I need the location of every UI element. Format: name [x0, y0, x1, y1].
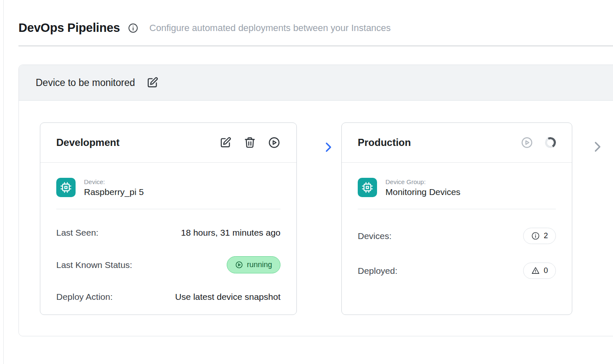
- device-row: Device: Raspberry_pi 5: [56, 178, 280, 197]
- pipeline-stages: Development: [19, 101, 613, 336]
- device-group-name: Monitoring Devices: [385, 187, 461, 197]
- run-stage-icon-disabled[interactable]: [521, 136, 533, 149]
- last-seen-row: Last Seen: 18 hours, 31 minutes ago: [56, 228, 280, 238]
- next-stage-chevron-icon[interactable]: [591, 140, 604, 153]
- stage-card-development: Development: [40, 122, 297, 315]
- loading-spinner: [544, 136, 557, 149]
- edit-pipeline-icon[interactable]: [146, 76, 159, 89]
- device-group-label: Device Group:: [385, 178, 461, 185]
- devices-count: 2: [544, 231, 548, 240]
- development-card-header: Development: [40, 123, 296, 163]
- deploy-action-row: Deploy Action: Use latest device snapsho…: [56, 292, 280, 302]
- production-card-header: Production: [342, 123, 572, 163]
- devices-label: Devices:: [358, 231, 392, 241]
- deploy-action-label: Deploy Action:: [56, 292, 113, 302]
- edit-stage-icon[interactable]: [219, 136, 232, 149]
- card-divider: [56, 209, 280, 209]
- device-name: Raspberry_pi 5: [84, 187, 144, 197]
- page-title: DevOps Pipelines: [18, 21, 120, 35]
- production-actions: [521, 136, 556, 149]
- pipeline-name: Device to be monitored: [36, 77, 135, 88]
- devices-count-pill[interactable]: 2: [523, 228, 556, 244]
- production-card-body: Device Group: Monitoring Devices Devices…: [342, 163, 572, 315]
- pipeline-panel: Device to be monitored Development: [18, 65, 613, 336]
- page-left-divider: [3, 0, 4, 364]
- page-header: DevOps Pipelines Configure automated dep…: [18, 21, 613, 35]
- deploy-action-value: Use latest device snapshot: [175, 292, 280, 302]
- device-group-chip-icon: [358, 178, 377, 197]
- device-label: Device:: [84, 178, 144, 185]
- devices-row: Devices: 2: [358, 228, 556, 244]
- status-badge: running: [227, 256, 280, 273]
- pipeline-panel-header: Device to be monitored: [19, 65, 613, 101]
- stage-card-production: Production: [341, 122, 572, 315]
- last-known-status-row: Last Known Status: running: [56, 256, 280, 273]
- deployed-row: Deployed: 0: [358, 263, 556, 279]
- production-stage-title: Production: [358, 137, 411, 148]
- info-icon[interactable]: [128, 23, 139, 34]
- development-stage-title: Development: [56, 137, 120, 148]
- last-seen-label: Last Seen:: [56, 228, 98, 238]
- device-group-row: Device Group: Monitoring Devices: [358, 178, 556, 197]
- pipeline-flow-arrow-icon[interactable]: [322, 141, 335, 153]
- development-actions: [219, 136, 280, 149]
- device-info: Device: Raspberry_pi 5: [84, 178, 144, 197]
- last-seen-value: 18 hours, 31 minutes ago: [181, 228, 280, 238]
- last-known-status-label: Last Known Status:: [56, 260, 132, 270]
- header-divider: [18, 46, 613, 46]
- page-subtitle: Configure automated deployments between …: [149, 23, 391, 34]
- run-stage-icon[interactable]: [268, 136, 280, 149]
- card-divider: [358, 209, 556, 209]
- development-card-body: Device: Raspberry_pi 5 Last Seen: 18 hou…: [40, 163, 296, 315]
- status-badge-label: running: [247, 260, 272, 269]
- deployed-count-pill[interactable]: 0: [523, 263, 556, 279]
- devops-pipelines-page: DevOps Pipelines Configure automated dep…: [0, 0, 613, 336]
- deployed-count: 0: [544, 266, 548, 275]
- device-chip-icon: [56, 178, 76, 197]
- device-group-info: Device Group: Monitoring Devices: [385, 178, 461, 197]
- deployed-label: Deployed:: [358, 266, 398, 276]
- delete-stage-icon[interactable]: [244, 136, 256, 149]
